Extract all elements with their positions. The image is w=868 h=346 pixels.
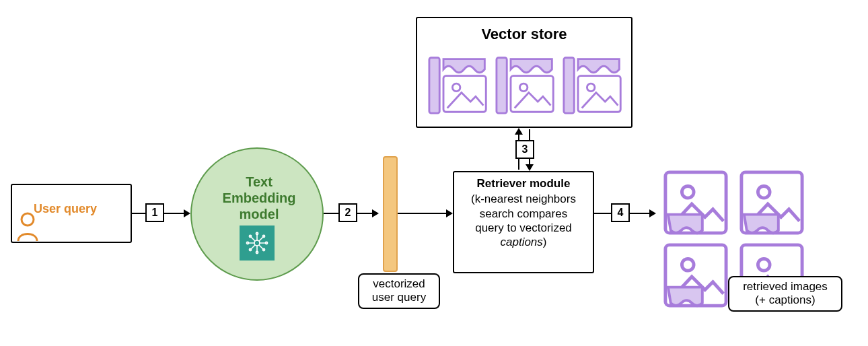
retriever-body4-tail: ) xyxy=(543,236,547,248)
retriever-body3: query to vectorized xyxy=(475,221,572,234)
result-image-2 xyxy=(739,170,805,236)
embedding-label-line1: Text xyxy=(246,174,273,189)
embedding-label-line2: Embedding xyxy=(223,191,296,205)
vector-store-title: Vector store xyxy=(416,26,632,43)
embedding-model-label: Text Embedding model xyxy=(222,174,296,222)
result-image-3 xyxy=(663,242,729,308)
result-image-1 xyxy=(663,170,729,236)
retriever-body2: search compares xyxy=(480,207,567,220)
vectorized-query-line2: user query xyxy=(372,291,426,304)
retrieved-images-line2: (+ captions) xyxy=(755,293,815,306)
retrieved-images-line1: retrieved images xyxy=(743,280,828,293)
user-query-label: User query xyxy=(34,202,97,216)
stored-item-1 xyxy=(428,51,490,118)
step-1-badge: 1 xyxy=(145,203,164,222)
arrow-step-2-right xyxy=(398,213,451,214)
retriever-text: Retriever module (k-nearest neighbors se… xyxy=(454,172,593,253)
embedding-label-line3: model xyxy=(240,207,279,221)
retriever-body4-italic: captions xyxy=(501,236,543,248)
vectorized-query-line1: vectorized xyxy=(373,277,425,290)
step-2-badge: 2 xyxy=(338,203,357,222)
retrieved-images-label: retrieved images (+ captions) xyxy=(728,276,842,312)
svg-point-0 xyxy=(22,213,34,226)
vectorized-query-label: vectorized user query xyxy=(358,273,440,309)
step-3-badge: 3 xyxy=(515,140,534,159)
retriever-title: Retriever module xyxy=(458,176,589,191)
retriever-module-box: Retriever module (k-nearest neighbors se… xyxy=(453,171,594,273)
diagram-canvas: User query 1 Text Embedding model 2 vect xyxy=(0,0,868,346)
retriever-body1: (k-nearest neighbors xyxy=(471,193,576,205)
step-4-badge: 4 xyxy=(611,203,630,222)
ai-chip-icon xyxy=(240,226,275,261)
vectorized-query-bar xyxy=(383,156,398,272)
stored-item-3 xyxy=(563,51,624,118)
stored-item-2 xyxy=(495,51,557,118)
